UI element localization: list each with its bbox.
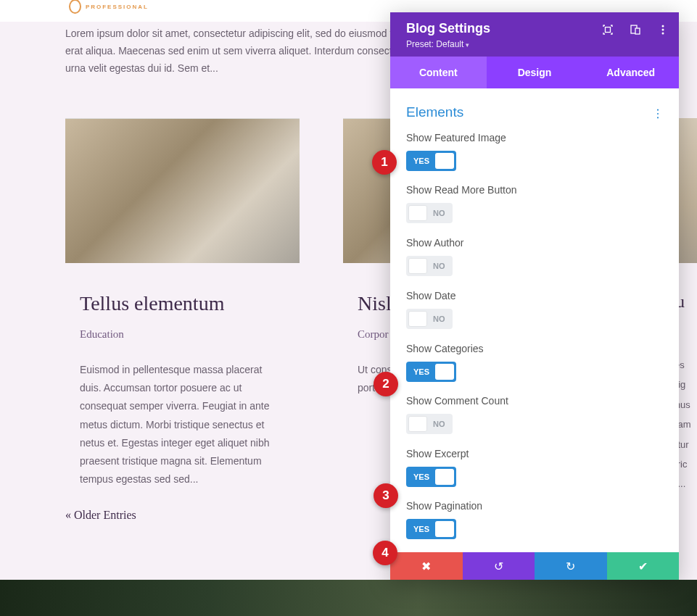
toggle-knob — [435, 469, 454, 485]
toggle-show-pagination[interactable]: YES — [406, 519, 456, 539]
toggle-knob — [408, 311, 427, 327]
toggle-show-excerpt[interactable]: YES — [406, 467, 456, 487]
option-label: Show Date — [406, 290, 663, 301]
toggle-show-date[interactable]: NO — [406, 309, 453, 329]
site-logo: PROFESSIONAL — [69, 0, 149, 13]
panel-footer: ✖ ↺ ↻ ✔ — [390, 552, 679, 580]
elements-section: Elements ⋯ Show Featured Image YES Show … — [390, 88, 679, 552]
panel-tabs: Content Design Advanced — [390, 57, 679, 88]
annotation-marker-1: 1 — [372, 150, 397, 175]
svg-rect-2 — [635, 28, 640, 34]
toggle-knob — [408, 258, 427, 274]
toggle-show-categories[interactable]: YES — [406, 362, 456, 382]
panel-header[interactable]: Blog Settings Preset: Default — [390, 12, 679, 57]
svg-rect-0 — [606, 28, 611, 33]
post-title[interactable]: Tellus elementum — [80, 292, 300, 315]
toggle-knob — [435, 521, 454, 537]
option-label: Show Excerpt — [406, 448, 663, 459]
blog-card: Tellus elementum Education Euismod in pe… — [65, 118, 300, 488]
close-icon: ✖ — [421, 559, 431, 573]
option-label: Show Categories — [406, 343, 663, 354]
cancel-button[interactable]: ✖ — [390, 552, 463, 580]
svg-point-4 — [662, 29, 664, 31]
svg-point-5 — [662, 33, 664, 35]
toggle-knob — [435, 364, 454, 380]
footer-hero-image — [0, 580, 697, 616]
toggle-show-author[interactable]: NO — [406, 256, 453, 276]
option-label: Show Comment Count — [406, 395, 663, 407]
toggle-show-featured-image[interactable]: YES — [406, 151, 456, 171]
toggle-knob — [435, 153, 454, 169]
option-label: Show Featured Image — [406, 132, 663, 143]
responsive-view-icon[interactable] — [630, 24, 641, 36]
logo-text: PROFESSIONAL — [86, 4, 149, 10]
preset-dropdown[interactable]: Preset: Default — [406, 39, 666, 49]
option-label: Show Read More Button — [406, 184, 663, 196]
check-icon: ✔ — [638, 559, 648, 573]
older-entries-link[interactable]: « Older Entries — [65, 509, 136, 522]
post-excerpt: Euismod in pellentesque massa placerat d… — [80, 361, 300, 488]
redo-button[interactable]: ↻ — [535, 552, 607, 580]
expand-icon[interactable] — [602, 24, 614, 36]
toggle-knob — [408, 205, 427, 221]
tab-advanced[interactable]: Advanced — [582, 57, 679, 88]
option-label: Show Pagination — [406, 500, 663, 512]
tab-design[interactable]: Design — [487, 57, 583, 88]
svg-point-3 — [662, 25, 664, 28]
toggle-knob — [408, 416, 427, 432]
toggle-show-comment-count[interactable]: NO — [406, 414, 453, 434]
annotation-marker-2: 2 — [374, 372, 398, 396]
section-title[interactable]: Elements — [406, 104, 463, 120]
kebab-menu-icon[interactable] — [657, 24, 669, 36]
redo-icon: ↻ — [566, 559, 575, 573]
tab-content[interactable]: Content — [390, 57, 487, 88]
featured-image — [65, 118, 300, 263]
save-button[interactable]: ✔ — [607, 552, 680, 580]
post-category[interactable]: Education — [80, 328, 300, 341]
section-menu-icon[interactable]: ⋯ — [651, 107, 665, 117]
logo-swirl-icon — [69, 0, 81, 14]
option-label: Show Author — [406, 237, 663, 249]
annotation-marker-3: 3 — [374, 483, 398, 508]
annotation-marker-4: 4 — [373, 541, 397, 565]
blog-settings-panel: Blog Settings Preset: Default Content De… — [390, 12, 679, 580]
undo-icon: ↺ — [494, 559, 503, 573]
toggle-show-read-more[interactable]: NO — [406, 203, 453, 223]
undo-button[interactable]: ↺ — [463, 552, 535, 580]
